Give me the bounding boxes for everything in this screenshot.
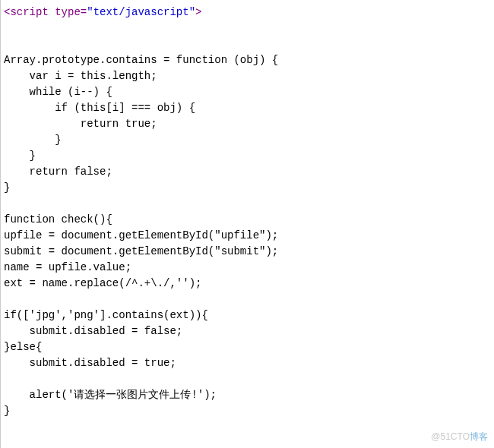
attr-value: "text/javascript" (87, 6, 195, 18)
code-block: <script type="text/javascript"> Array.pr… (0, 0, 494, 448)
open-tag-gt: > (195, 6, 201, 18)
code-body: Array.prototype.contains = function (obj… (4, 54, 278, 448)
attr-name: type (55, 6, 81, 18)
attr-eq: = (81, 6, 87, 18)
open-tag-name: script (10, 6, 55, 18)
